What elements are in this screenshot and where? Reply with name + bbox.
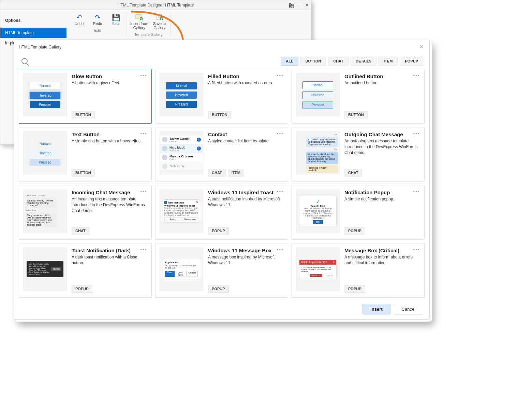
pill-normal: Normal — [30, 82, 60, 90]
tm: 10:54 PM — [38, 195, 46, 197]
tag: POPUP — [344, 227, 365, 235]
tag: POPUP — [72, 285, 92, 293]
card-desc: A toast notification inspired by Microso… — [208, 196, 283, 208]
card-desc: A filled button with rounded corners. — [208, 80, 283, 86]
msg: Yes, but he didn't mention specifics. So… — [306, 152, 338, 164]
save-to-gallery-button[interactable]: Save to Gallery — [151, 12, 168, 31]
card-menu-icon[interactable]: ••• — [140, 73, 147, 78]
layout-picker-icon[interactable]: ▾ — [289, 3, 294, 8]
cancel-button[interactable]: Cancel — [394, 304, 423, 314]
card-desc: A simple text button with a hover effect… — [72, 138, 147, 144]
save-label: Save — [112, 22, 120, 26]
card-outlined-button[interactable]: ••• Normal Hovered Pressed Outlined Butt… — [292, 69, 425, 124]
card-menu-icon[interactable]: ••• — [277, 189, 284, 194]
thumb: Normal Hovered Pressed — [23, 73, 67, 116]
card-menu-icon[interactable]: ••• — [277, 73, 284, 78]
card-critical-msgbox[interactable]: ••• Delete file permanently?✕ If you del… — [292, 243, 425, 298]
filter-item[interactable]: ITEM — [379, 57, 398, 66]
close-icon[interactable]: ✕ — [305, 2, 309, 8]
card-menu-icon[interactable]: ••• — [277, 131, 284, 136]
card-text-button[interactable]: ••• Normal Hovered Pressed Text Button A… — [19, 127, 152, 182]
card-title: Contact — [208, 131, 283, 137]
tag: BUTTON — [72, 169, 95, 177]
redo-label: Redo — [93, 22, 102, 26]
card-menu-icon[interactable]: ••• — [140, 247, 147, 252]
t: New message — [168, 201, 184, 204]
filter-details[interactable]: DETAILS — [351, 57, 376, 66]
msg: They mentioned there was an issue with t… — [25, 213, 57, 227]
c-name: Jackie Garmin — [169, 137, 191, 140]
maximize-icon[interactable]: ▫ — [298, 2, 300, 8]
insert-from-gallery-icon — [134, 13, 144, 22]
tag: BUTTON — [72, 111, 95, 118]
tag: ITEM — [228, 169, 244, 177]
edit-group-label: Edit — [94, 27, 101, 33]
card-win11-toast[interactable]: ••• New message✕ Windows 11 Inspired Toa… — [155, 185, 288, 240]
card-notification-popup[interactable]: ••• ✓ Sample Alert Use the selector at t… — [292, 185, 425, 240]
md: Don't Save — [176, 271, 185, 277]
thumb: Normal Hovered Pressed — [296, 73, 340, 116]
tag: POPUP — [208, 285, 229, 293]
ms: Save — [165, 271, 175, 277]
thumb: New message✕ Windows 11 Inspired Toast U… — [160, 189, 203, 233]
mc: Cancel — [186, 271, 198, 277]
filter-chat[interactable]: CHAT — [328, 57, 349, 66]
ifg-l2: Gallery — [133, 26, 145, 30]
ah: Sample Alert — [301, 205, 334, 207]
card-menu-icon[interactable]: ••• — [140, 131, 147, 136]
stg-l2: Gallery — [153, 26, 165, 30]
card-title: Outgoing Chat Message — [344, 131, 419, 137]
card-desc: An outlined button. — [344, 80, 419, 86]
insert-button[interactable]: Insert — [363, 304, 390, 314]
filter-popup[interactable]: POPUP — [400, 57, 423, 66]
redo-button[interactable]: ↷Redo — [89, 12, 106, 27]
nm: Dallas Lou — [26, 209, 36, 211]
gallery-close-icon[interactable]: × — [419, 43, 425, 51]
ribbon-group-gallery: Insert from Gallery Save to Gallery Temp… — [127, 12, 171, 37]
card-menu-icon[interactable]: ••• — [277, 247, 284, 252]
thumb: Use the selector at the top right corner… — [23, 248, 67, 291]
c-st: Just now — [169, 149, 195, 152]
window-title: HTML Template Designer HTML Template — [118, 3, 194, 8]
mb: Do you want to save changes to the file? — [165, 264, 198, 269]
card-desc: A button with a glow effect. — [72, 80, 147, 86]
pill-pressed: Pressed — [30, 101, 60, 108]
card-filled-button[interactable]: ••• Normal Hovered Pressed Filled Button… — [155, 69, 288, 124]
options-header: Options — [0, 17, 66, 28]
card-glow-button[interactable]: ••• Normal Hovered Pressed Glow Button A… — [19, 69, 152, 124]
card-menu-icon[interactable]: ••• — [413, 73, 420, 78]
cc: CANCEL — [324, 274, 335, 277]
card-menu-icon[interactable]: ••• — [413, 189, 420, 194]
filter-button[interactable]: BUTTON — [300, 57, 326, 66]
card-incoming-chat[interactable]: ••• Dallas Lou · 10:54 PM What did he sa… — [19, 185, 152, 240]
db: Use the selector at the top right corner… — [29, 263, 50, 275]
pill-normal: Normal — [30, 140, 60, 147]
card-menu-icon[interactable]: ••• — [413, 247, 420, 252]
pill-pressed: Pressed — [30, 159, 60, 166]
card-menu-icon[interactable]: ••• — [140, 189, 147, 194]
card-outgoing-chat[interactable]: ••• You Hi Dallas! I was just about to m… — [292, 127, 425, 182]
title-strong: HTML Template — [165, 3, 194, 8]
th: Windows 11 Inspired Toast — [164, 205, 198, 207]
search-icon[interactable] — [21, 58, 28, 64]
card-win11-msgbox[interactable]: ••• Application Do you want to save chan… — [155, 243, 288, 298]
nav-html-template[interactable]: HTML Template — [0, 28, 66, 38]
card-menu-icon[interactable]: ••• — [413, 131, 420, 136]
ribbon-group-edit: ↶Undo ↷Redo 💾Save Edit — [69, 12, 127, 37]
pill-hovered: Hovered — [166, 92, 197, 99]
ifg-l1: Insert from — [130, 22, 148, 26]
card-title: Notification Popup — [344, 189, 419, 195]
ok: OK — [313, 220, 323, 224]
check-icon: ✓ — [301, 198, 334, 205]
pill-normal: Normal — [166, 82, 197, 89]
cd: DELETE — [310, 274, 322, 277]
card-title: Windows 11 Message Box — [208, 248, 283, 253]
undo-button[interactable]: ↶Undo — [71, 12, 88, 27]
filter-all[interactable]: ALL — [281, 57, 298, 66]
insert-from-gallery-button[interactable]: Insert from Gallery — [129, 12, 150, 31]
m: Mark as read — [182, 217, 199, 221]
pill-normal: Normal — [302, 81, 333, 89]
tag: BUTTON — [208, 111, 231, 118]
card-dark-toast[interactable]: ••• Use the selector at the top right co… — [19, 243, 152, 298]
card-contact[interactable]: ••• Jackie GarminOnline3 Harv MuddJust n… — [155, 127, 288, 182]
